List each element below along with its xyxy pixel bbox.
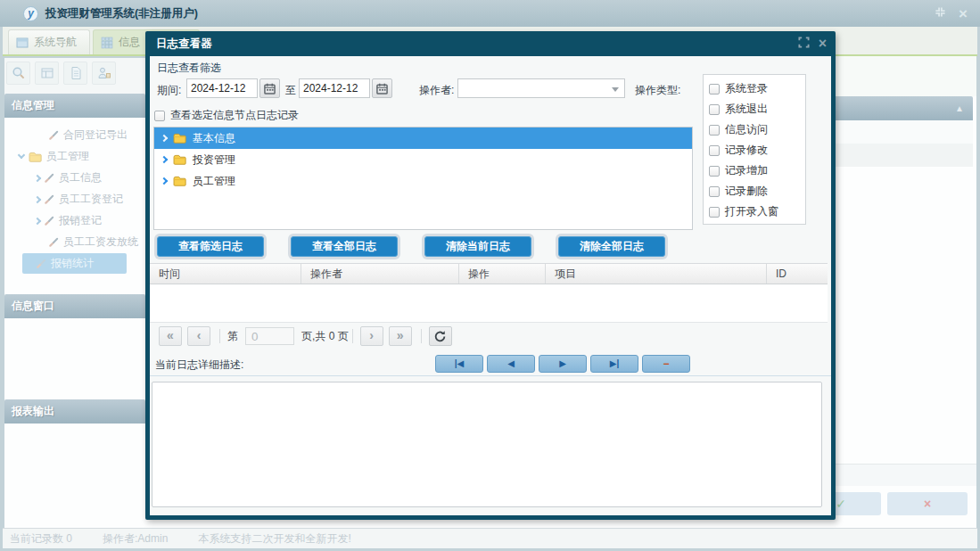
operator-combobox[interactable] xyxy=(457,78,625,98)
checkbox-icon[interactable] xyxy=(709,145,720,156)
report-view-button[interactable] xyxy=(35,62,59,85)
operator-label: 操作者: xyxy=(419,83,454,98)
column-header-project[interactable]: 项目 xyxy=(546,264,767,284)
date-to-picker-button[interactable] xyxy=(372,78,392,98)
chevron-right-icon xyxy=(34,174,41,181)
type-option-info-access[interactable]: 信息访问 xyxy=(709,119,805,140)
record-remove-button[interactable]: − xyxy=(642,355,690,373)
pager-next-button[interactable]: › xyxy=(360,326,383,346)
tree-item-staff-mgmt[interactable]: 员工管理 xyxy=(154,170,692,192)
column-header-operator[interactable]: 操作者 xyxy=(301,264,459,284)
panel-header-info-mgmt[interactable]: 信息管理 xyxy=(4,94,145,118)
user-button[interactable] xyxy=(92,62,116,85)
folder-icon xyxy=(29,152,42,162)
checkbox-icon[interactable] xyxy=(709,125,720,136)
refresh-icon xyxy=(433,330,447,343)
type-option-system-logout[interactable]: 系统退出 xyxy=(709,99,805,119)
tree-item-label: 投资管理 xyxy=(193,152,235,168)
dialog-title: 日志查看器 xyxy=(156,37,212,52)
type-option-record-add[interactable]: 记录增加 xyxy=(709,160,805,181)
pager-page-suffix: 页,共 0 页 xyxy=(301,329,349,344)
record-prev-button[interactable]: ◀ xyxy=(487,355,535,373)
checkbox-icon[interactable] xyxy=(709,186,720,197)
dialog-titlebar[interactable]: 日志查看器 × xyxy=(145,31,836,56)
view-all-logs-button[interactable]: 查看全部日志 xyxy=(291,236,398,257)
date-to-input[interactable] xyxy=(299,78,370,98)
sidebar-item-salary-grant[interactable]: 员工工资发放统 xyxy=(49,232,145,252)
type-option-system-login[interactable]: 系统登录 xyxy=(709,78,805,99)
node-filter-checkbox-row[interactable]: 查看选定信息节点日志记录 xyxy=(154,105,299,126)
document-button[interactable] xyxy=(63,62,87,85)
pager-last-button[interactable]: » xyxy=(389,326,412,346)
collapse-arrow-icon[interactable]: ▲ xyxy=(955,103,964,113)
dialog-maximize-button[interactable] xyxy=(798,37,810,51)
item-label: 员工工资发放统 xyxy=(63,234,138,250)
sidebar-item-contract-export[interactable]: 合同登记导出 xyxy=(49,125,128,145)
tree-item-label: 员工管理 xyxy=(193,174,235,189)
tool-icon xyxy=(45,216,54,226)
panel-header-report-output[interactable]: 报表输出 xyxy=(4,399,145,424)
titlebar: y 投资理财管理系统(非注册用户) × xyxy=(0,0,980,27)
type-option-open-entry-window[interactable]: 打开录入窗 xyxy=(709,201,805,222)
status-bar: 当前记录数 0 操作者:Admin 本系统支持二次开发和全新开发! xyxy=(3,528,977,548)
date-from-input[interactable] xyxy=(186,78,258,98)
column-header-time[interactable]: 时间 xyxy=(150,264,301,284)
to-label: 至 xyxy=(285,83,296,98)
detail-description-textarea[interactable] xyxy=(152,382,822,507)
sidebar-item-staff-salary[interactable]: 员工工资登记 xyxy=(35,189,123,210)
chevron-right-icon[interactable] xyxy=(161,135,168,142)
checkbox-icon[interactable] xyxy=(709,166,720,177)
pager-refresh-button[interactable] xyxy=(429,326,452,346)
checkbox-icon[interactable] xyxy=(154,111,165,121)
view-filtered-logs-button[interactable]: 查看筛选日志 xyxy=(157,236,264,257)
tab-label: 系统导航 xyxy=(34,35,77,50)
panel-header-info-window[interactable]: 信息窗口 xyxy=(4,294,145,318)
chevron-right-icon[interactable] xyxy=(161,156,168,163)
column-header-id[interactable]: ID xyxy=(767,264,828,284)
chevron-right-icon xyxy=(34,217,41,224)
pager-first-button[interactable]: « xyxy=(159,326,182,346)
pager-prev-button[interactable]: ‹ xyxy=(187,326,210,346)
type-option-record-modify[interactable]: 记录修改 xyxy=(709,140,805,160)
clear-all-logs-button[interactable]: 清除全部日志 xyxy=(558,236,665,257)
sidebar-item-staff-info[interactable]: 员工信息 xyxy=(35,168,102,188)
sidebar-item-staff-mgmt[interactable]: 员工管理 xyxy=(19,146,89,167)
pager-page-input[interactable] xyxy=(245,327,294,345)
chevron-right-icon[interactable] xyxy=(161,177,168,185)
date-from-picker-button[interactable] xyxy=(259,78,280,98)
sidebar-item-expense-reg[interactable]: 报销登记 xyxy=(35,210,102,231)
checkbox-icon[interactable] xyxy=(709,104,720,115)
checkbox-icon[interactable] xyxy=(709,207,720,218)
document-icon xyxy=(69,66,83,80)
log-table-header: 时间 操作者 操作 项目 ID xyxy=(150,263,828,284)
clear-current-logs-button[interactable]: 清除当前日志 xyxy=(424,236,531,257)
report-output-panel-body xyxy=(4,424,145,528)
status-message: 本系统支持二次开发和全新开发! xyxy=(198,531,350,547)
status-record-count: 当前记录数 0 xyxy=(10,531,72,547)
type-option-record-delete[interactable]: 记录删除 xyxy=(709,181,805,201)
search-button[interactable] xyxy=(6,62,30,85)
tree-item-investment-mgmt[interactable]: 投资管理 xyxy=(154,149,692,170)
pager-separator xyxy=(219,329,220,343)
tab-system-nav[interactable]: 系统导航 xyxy=(8,29,90,54)
sidebar-item-expense-stats[interactable]: 报销统计 xyxy=(22,253,127,274)
restore-button[interactable] xyxy=(935,6,946,21)
item-label: 报销统计 xyxy=(51,256,94,271)
close-button[interactable]: × xyxy=(959,6,968,21)
dialog-close-button[interactable]: × xyxy=(819,37,827,51)
record-first-button[interactable]: |◀ xyxy=(435,355,483,373)
record-next-button[interactable]: ▶ xyxy=(539,355,587,373)
chevron-right-icon xyxy=(34,195,41,202)
operator-combo-input[interactable] xyxy=(458,79,606,97)
column-header-operation[interactable]: 操作 xyxy=(459,264,546,284)
record-last-button[interactable]: ▶| xyxy=(590,355,638,373)
window-icon xyxy=(16,37,29,49)
option-label: 记录删除 xyxy=(725,184,768,199)
tree-item-basic-info[interactable]: 基本信息 xyxy=(154,127,692,149)
status-operator: 操作者:Admin xyxy=(103,531,168,547)
window-title: 投资理财管理系统(非注册用户) xyxy=(45,6,198,21)
calendar-icon xyxy=(376,83,388,95)
checkbox-icon[interactable] xyxy=(709,84,720,95)
combo-dropdown-icon[interactable] xyxy=(612,87,619,92)
cancel-button[interactable]: × xyxy=(887,492,968,515)
